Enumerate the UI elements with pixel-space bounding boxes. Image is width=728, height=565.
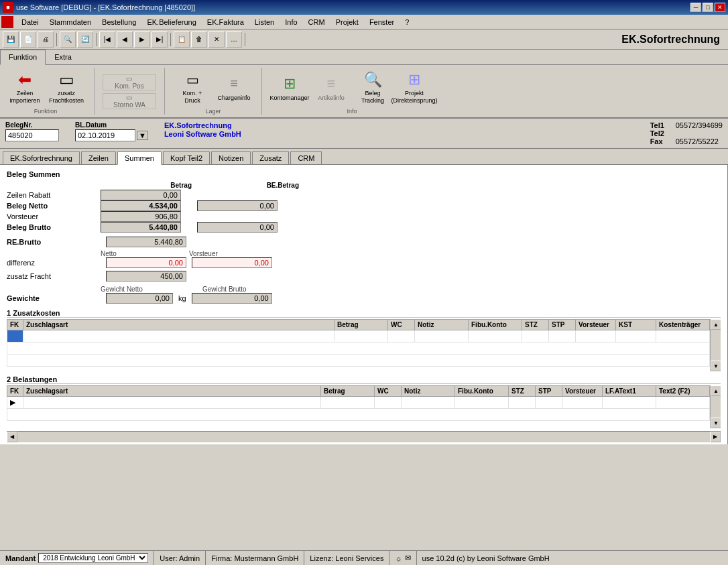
hscroll-left-btn[interactable]: ◀ [7, 432, 17, 442]
app-icon: ■ [3, 2, 13, 13]
menu-stammdaten[interactable]: Stammdaten [44, 17, 97, 27]
differenz-vorsteuer-input[interactable] [192, 257, 272, 268]
hscroll-right-btn[interactable]: ▶ [710, 432, 721, 442]
chargeninfo-label: Chargeninfo [217, 95, 250, 102]
menu-fenster[interactable]: Fenster [364, 17, 400, 27]
bl-datum-dropdown[interactable]: ▼ [137, 131, 148, 140]
beleg-brutto-input[interactable] [101, 222, 181, 233]
first-button[interactable]: |◀ [99, 32, 115, 48]
save-button[interactable]: 💾 [3, 32, 19, 48]
beleg-nr-input[interactable] [5, 129, 59, 141]
zk-kostentraeger-new [656, 330, 710, 342]
menu-help[interactable]: ? [400, 17, 414, 27]
refresh-button[interactable]: 🔄 [77, 32, 93, 48]
menu-bestellung[interactable]: Bestellung [97, 17, 141, 27]
menu-projekt[interactable]: Projekt [330, 17, 364, 27]
menu-ekfaktura[interactable]: EK.Faktura [202, 17, 249, 27]
company-name: Leoni Software GmbH [164, 130, 241, 138]
zusatz-fracht-input[interactable] [106, 271, 186, 281]
tab-kopf-teil2[interactable]: Kopf Teil2 [163, 151, 210, 164]
tab-notizen[interactable]: Notizen [211, 151, 251, 164]
lizenz-segment: Lizenz: Leoni Services [304, 551, 389, 565]
bl-datum-field: BL.Datum ▼ [75, 121, 148, 141]
menu-listen[interactable]: Listen [249, 17, 280, 27]
ribbon-group-info-label: Info [270, 108, 434, 115]
beleg-netto-label: Beleg Netto [7, 200, 101, 211]
artikelinfo-button[interactable]: ≡ Artikelinfo [312, 68, 351, 107]
zk-scroll-up[interactable]: ▲ [711, 319, 721, 330]
gewicht-netto-input[interactable] [106, 293, 173, 304]
zk-scroll-down[interactable]: ▼ [711, 361, 721, 371]
tab-zeilen[interactable]: Zeilen [81, 151, 116, 164]
copy-button[interactable]: 📋 [174, 32, 190, 48]
gewicht-sublabels: Gewicht Netto Gewicht Brutto [101, 286, 721, 293]
maximize-button[interactable]: □ [703, 3, 713, 12]
kom-druck-button[interactable]: ▭ Kom. +Druck [173, 68, 212, 107]
zeilen-importieren-button[interactable]: ⬅ Zeilen importieren [5, 68, 44, 107]
kom-pos-button[interactable]: ▭ Kom. Pos [103, 74, 156, 90]
vorsteuer-input[interactable] [101, 211, 181, 222]
zk-kst-header: KST [616, 320, 656, 330]
ribbon-group-info: ⊞ Kontomanager ≡ Artikelinfo 🔍 BelegTrac… [270, 68, 434, 115]
zk-betrag-new [335, 330, 388, 342]
bl-vscroll[interactable]: ▲ ▼ [710, 385, 721, 428]
re-brutto-input[interactable] [106, 237, 186, 247]
projekt-button[interactable]: ⊞ Projekt(Direkteinsprung) [395, 68, 434, 107]
menu-datei[interactable]: Datei [16, 17, 44, 27]
tab-ek-sofortrechnung[interactable]: EK.Sofortrechnung [3, 151, 80, 164]
storno-wa-label: Storno WA [113, 101, 145, 109]
cancel-button[interactable]: ✕ [208, 32, 225, 48]
beleg-summen-title: Beleg Summen [7, 170, 721, 178]
bottom-scroll-bar[interactable]: ◀ ▶ [7, 431, 721, 442]
bl-scroll-down[interactable]: ▼ [711, 418, 721, 428]
tab-zusatz[interactable]: Zusatz [252, 151, 289, 164]
print-button[interactable]: 🖨 [38, 32, 54, 48]
beleg-tracking-button[interactable]: 🔍 BelegTracking [353, 68, 392, 107]
zk-zuschlagsart-new [23, 330, 335, 342]
menu-info[interactable]: Info [280, 17, 302, 27]
close-button[interactable]: ✕ [715, 3, 725, 12]
more-button[interactable]: … [226, 32, 242, 48]
zusatzkosten-new-row[interactable] [7, 330, 710, 342]
bl-scroll-up[interactable]: ▲ [711, 385, 721, 396]
new-button[interactable]: 📄 [20, 32, 36, 48]
belastungen-new-row[interactable]: ▶ [7, 397, 710, 409]
bl-vorsteuer-new [562, 397, 603, 409]
zusatz-fracht-row: zusatz Fracht [7, 271, 721, 281]
beleg-brutto-be-input[interactable] [197, 222, 278, 233]
beleg-netto-input[interactable] [101, 200, 181, 211]
mandant-select[interactable]: 2018 Entwicklung Leoni GmbH [38, 553, 148, 563]
ribbon-tab-funktion[interactable]: Funktion [0, 50, 46, 65]
ek-title: EK.Sofortrechnung [248, 34, 725, 46]
prev-button[interactable]: ◀ [117, 32, 133, 48]
kontomanager-button[interactable]: ⊞ Kontomanager [270, 68, 309, 107]
zusatzkosten-table: FK Zuschlagsart Betrag WC Notiz Fibu.Kon… [7, 319, 710, 367]
zusatz-frachtkosten-button[interactable]: ▭ zusatz Frachtkosten [47, 68, 86, 107]
differenz-netto-input[interactable] [106, 257, 186, 268]
zk-vscroll[interactable]: ▲ ▼ [710, 319, 721, 371]
re-brutto-row: RE.Brutto [7, 237, 721, 247]
bl-datum-input[interactable] [75, 129, 135, 141]
beleg-netto-be-input[interactable] [197, 200, 278, 211]
chargeninfo-button[interactable]: ≡ Chargeninfo [215, 68, 253, 107]
tab-summen[interactable]: Summen [117, 151, 162, 165]
storno-wa-button[interactable]: ▭ Storno WA [103, 93, 156, 109]
bl-wc-new [375, 397, 402, 409]
kom-druck-icon: ▭ [182, 70, 203, 90]
next-button[interactable]: ▶ [134, 32, 150, 48]
ribbon-tab-extra[interactable]: Extra [46, 50, 80, 64]
menu-crm[interactable]: CRM [303, 17, 330, 27]
zeilen-rabatt-input[interactable] [101, 190, 181, 200]
gewicht-brutto-input[interactable] [192, 293, 272, 304]
last-button[interactable]: ▶| [151, 32, 168, 48]
beleg-nr-label: BelegNr. [5, 121, 59, 129]
kom-pos-label: Kom. Pos [115, 82, 143, 90]
menu-ekbelieferung[interactable]: EK.Belieferung [141, 17, 201, 27]
user-label: User: Admin [160, 554, 200, 562]
delete-button[interactable]: 🗑 [191, 32, 207, 48]
window-controls[interactable]: ─ □ ✕ [690, 3, 725, 12]
minimize-button[interactable]: ─ [690, 3, 701, 12]
tab-crm[interactable]: CRM [290, 151, 322, 164]
fax-value: 05572/55222 [676, 137, 719, 145]
search-button[interactable]: 🔍 [60, 32, 76, 48]
